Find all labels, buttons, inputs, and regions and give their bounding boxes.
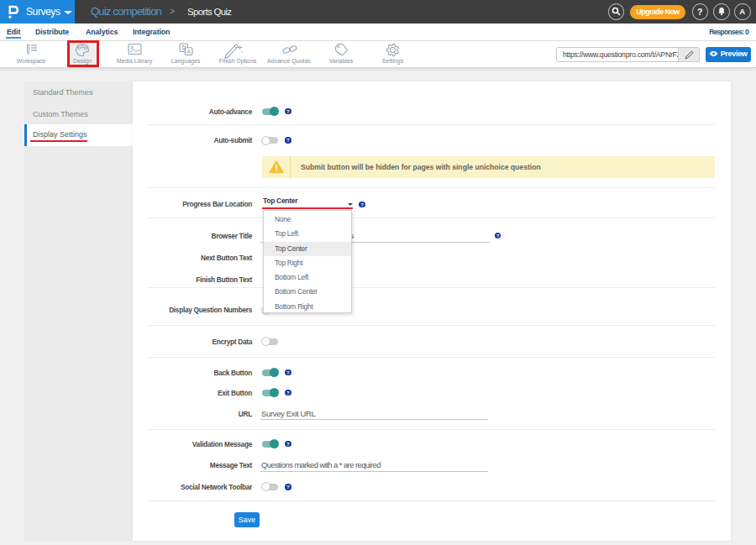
svg-text:A: A <box>186 49 191 55</box>
